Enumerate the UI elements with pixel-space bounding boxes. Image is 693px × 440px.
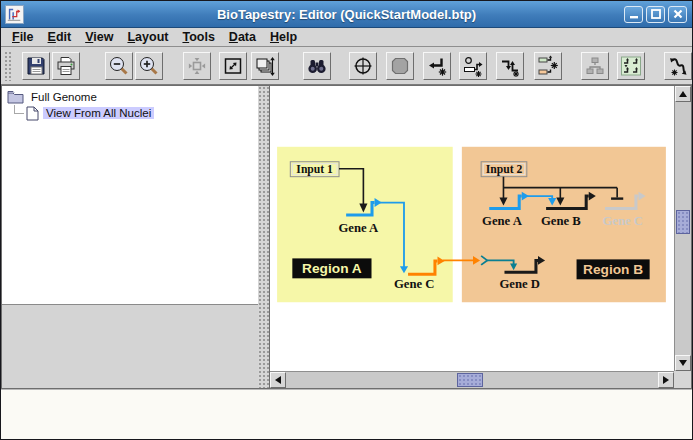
horizontal-scroll-thumb[interactable]	[457, 373, 483, 387]
menu-bar: File Edit View Layout Tools Data Help	[1, 28, 692, 47]
app-window: BioTapestry: Editor (QuickStartModel.btp…	[0, 0, 693, 440]
document-icon	[26, 106, 39, 121]
zoom-out-button[interactable]	[105, 52, 133, 80]
tree-item-view-from-all-nuclei[interactable]: View From All Nuclei	[7, 105, 258, 121]
vertical-scroll-thumb[interactable]	[676, 210, 690, 234]
zoom-to-all-models-button[interactable]	[251, 52, 279, 80]
title-bar[interactable]: BioTapestry: Editor (QuickStartModel.btp…	[1, 1, 692, 28]
add-node-icon	[499, 55, 521, 77]
save-button[interactable]	[22, 52, 50, 80]
menu-tools[interactable]: Tools	[175, 29, 221, 45]
model-tree: Full Genome View From All Nuclei	[2, 86, 258, 305]
menu-layout[interactable]: Layout	[120, 29, 175, 45]
menu-view[interactable]: View	[78, 29, 120, 45]
zoom-to-selected-button	[183, 52, 211, 80]
window-title: BioTapestry: Editor (QuickStartModel.btp…	[1, 7, 692, 22]
minimize-icon	[628, 8, 640, 20]
save-icon	[25, 55, 47, 77]
tree-item-label[interactable]: Full Genome	[28, 91, 100, 103]
add-gene-button[interactable]	[459, 52, 487, 80]
gene-d-region-b-label: Gene D	[499, 277, 539, 291]
draw-link-icon	[667, 55, 689, 77]
model-tree-panel: Full Genome View From All Nuclei	[1, 85, 258, 389]
region-a-label-box[interactable]: Region A	[292, 258, 371, 278]
zoom-to-all-models-icon	[254, 55, 276, 77]
add-node-button[interactable]	[496, 52, 524, 80]
add-region-button[interactable]	[534, 52, 562, 80]
scroll-right-button[interactable]	[658, 372, 674, 388]
add-region-icon	[537, 55, 559, 77]
gene-c-region-a-label: Gene C	[394, 277, 434, 291]
region-b-label-box[interactable]: Region B	[577, 259, 650, 279]
menu-data[interactable]: Data	[222, 29, 263, 45]
input-2-label: Input 2	[486, 163, 523, 176]
gene-a-region-a-label: Gene A	[338, 222, 378, 236]
horizontal-scrollbar[interactable]	[270, 371, 674, 388]
toolbar	[1, 47, 692, 85]
vertical-scroll-track[interactable]	[675, 102, 691, 355]
vertical-scrollbar[interactable]	[674, 86, 691, 371]
center-on-icon	[352, 55, 374, 77]
center-on-button[interactable]	[349, 52, 377, 80]
maximize-button[interactable]	[646, 6, 665, 23]
add-link-button[interactable]	[423, 52, 451, 80]
scroll-up-button[interactable]	[675, 86, 691, 102]
model-hierarchy-icon	[584, 55, 606, 77]
close-icon	[672, 8, 684, 20]
print-icon	[55, 55, 77, 77]
zoom-to-selected-icon	[186, 55, 208, 77]
menu-edit[interactable]: Edit	[41, 29, 79, 45]
menu-file[interactable]: File	[5, 29, 41, 45]
zoom-in-button[interactable]	[135, 52, 163, 80]
gene-b-region-b-label: Gene B	[541, 214, 581, 228]
input-1-label: Input 1	[296, 163, 333, 176]
maximize-icon	[650, 8, 662, 20]
sync-layout-button[interactable]	[617, 52, 645, 80]
add-link-icon	[426, 55, 448, 77]
tree-item-label[interactable]: View From All Nuclei	[43, 107, 154, 119]
main-content: Full Genome View From All Nuclei	[1, 85, 692, 389]
menu-help[interactable]: Help	[263, 29, 304, 45]
region-a-label: Region A	[302, 261, 362, 276]
network-canvas[interactable]: Input 1 Gene A	[270, 86, 674, 371]
input-1-node[interactable]: Input 1	[290, 162, 339, 177]
print-button[interactable]	[52, 52, 80, 80]
down-arrow-icon	[679, 360, 687, 366]
minimize-button[interactable]	[624, 6, 643, 23]
sync-layout-icon	[620, 55, 642, 77]
model-hierarchy-button	[581, 52, 609, 80]
horizontal-scroll-track[interactable]	[286, 372, 658, 388]
input-2-node[interactable]: Input 2	[481, 162, 527, 177]
folder-icon	[7, 90, 24, 104]
app-icon	[5, 5, 24, 24]
tree-item-full-genome[interactable]: Full Genome	[7, 89, 258, 105]
zoom-to-model-button[interactable]	[219, 52, 247, 80]
add-gene-icon	[462, 55, 484, 77]
zoom-to-model-icon	[222, 55, 244, 77]
scroll-down-button[interactable]	[675, 355, 691, 371]
cancel-add-button	[386, 52, 414, 80]
scrollbar-corner	[674, 371, 691, 388]
search-icon	[306, 55, 328, 77]
toolbar-drag-handle[interactable]	[4, 51, 11, 81]
zoom-in-icon	[138, 55, 160, 77]
up-arrow-icon	[679, 91, 687, 97]
split-pane-divider[interactable]	[258, 85, 269, 389]
gene-a-region-b-label: Gene A	[482, 214, 522, 228]
tree-elbow-line	[14, 105, 24, 114]
cancel-add-icon	[389, 55, 411, 77]
network-diagram: Input 1 Gene A	[270, 86, 674, 371]
network-canvas-panel: Input 1 Gene A	[269, 85, 692, 389]
left-arrow-icon	[275, 376, 281, 384]
close-button[interactable]	[668, 6, 687, 23]
scroll-left-button[interactable]	[270, 372, 286, 388]
draw-link-button[interactable]	[664, 52, 692, 80]
tree-panel-empty-area	[2, 305, 258, 388]
right-arrow-icon	[663, 376, 669, 384]
gene-c-region-b-label: Gene C	[602, 214, 642, 228]
search-button[interactable]	[303, 52, 331, 80]
status-area	[1, 389, 692, 439]
region-b-label: Region B	[583, 262, 643, 277]
zoom-out-icon	[108, 55, 130, 77]
